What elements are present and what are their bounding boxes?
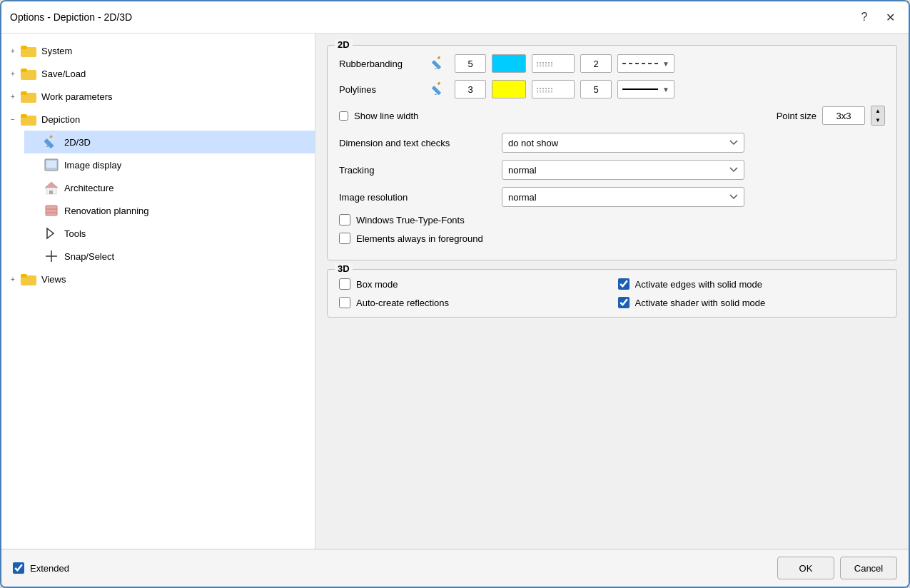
elements-foreground-row: Elements always in foreground <box>339 233 885 244</box>
activate-shader-row: Activate shader with solid mode <box>618 297 886 308</box>
box-mode-label: Box mode <box>356 279 398 290</box>
svg-marker-33 <box>435 93 437 95</box>
expander-workparams[interactable]: + <box>7 91 19 102</box>
sidebar-label-tools: Tools <box>64 228 86 239</box>
tools-arrow-icon <box>43 225 60 242</box>
rubberbanding-value-input[interactable]: 5 <box>455 54 486 73</box>
tracking-select[interactable]: normal fast slow <box>502 160 744 180</box>
show-linewidth-checkbox[interactable] <box>339 111 348 121</box>
point-size-down-button[interactable]: ▼ <box>871 116 884 125</box>
sidebar-label-snapselect: Snap/Select <box>64 251 114 262</box>
dimension-checks-select[interactable]: do not show show highlight <box>502 133 744 153</box>
sidebar-label-views: Views <box>41 274 66 285</box>
expander-saveload[interactable]: + <box>7 68 19 79</box>
svg-rect-9 <box>44 138 54 148</box>
activate-shader-checkbox[interactable] <box>618 297 630 308</box>
folder-icon-saveload <box>20 65 37 82</box>
section-3d-grid: Box mode Activate edges with solid mode … <box>339 278 885 308</box>
rubberbanding-color-picker[interactable] <box>492 54 526 73</box>
rubberbanding-label: Rubberbanding <box>339 59 425 69</box>
elements-foreground-checkbox[interactable] <box>339 233 350 244</box>
snapselect-icon <box>43 248 60 265</box>
point-size-up-button[interactable]: ▲ <box>871 106 884 116</box>
svg-rect-13 <box>46 161 56 168</box>
dimension-checks-row: Dimension and text checks do not show sh… <box>339 133 885 153</box>
polylines-solidstyle-button[interactable]: ▼ <box>617 80 674 98</box>
svg-marker-26 <box>435 68 437 69</box>
windows-ttf-label: Windows True-Type-Fonts <box>356 215 465 225</box>
rubberbanding-pencil-button[interactable] <box>430 54 449 73</box>
svg-marker-20 <box>47 228 54 238</box>
close-button[interactable]: ✕ <box>880 7 900 27</box>
svg-rect-4 <box>21 69 27 72</box>
section-3d: 3D Box mode Activate edges with solid mo… <box>327 269 897 318</box>
folder-icon-workparams <box>20 88 37 105</box>
sidebar-item-imagedisplay[interactable]: Image display <box>24 153 315 176</box>
show-linewidth-label: Show line width <box>354 111 418 121</box>
left-panel: + System + Save/Load + Work p <box>1 34 315 549</box>
point-size-spinner: ▲ ▼ <box>871 106 885 126</box>
point-size-section: Point size 3x3 ▲ ▼ <box>748 106 885 126</box>
pencil-icon-2d3d <box>43 133 60 151</box>
cancel-button[interactable]: Cancel <box>840 557 897 579</box>
image-resolution-select[interactable]: normal high low <box>502 187 744 207</box>
svg-rect-25 <box>432 60 441 69</box>
bottom-bar: Extended OK Cancel <box>1 549 909 587</box>
point-size-input[interactable]: 3x3 <box>822 106 865 125</box>
svg-rect-27 <box>437 56 440 59</box>
sidebar-item-snapselect[interactable]: Snap/Select <box>24 245 315 268</box>
svg-rect-8 <box>21 114 27 118</box>
sidebar-item-tools[interactable]: Tools <box>24 222 315 245</box>
show-linewidth-left: Show line width <box>339 111 734 121</box>
extended-label: Extended <box>30 563 69 574</box>
tracking-label: Tracking <box>339 165 496 176</box>
polylines-value-input[interactable]: 3 <box>455 80 486 98</box>
activate-edges-checkbox[interactable] <box>618 278 630 290</box>
sidebar-label-saveload: Save/Load <box>41 69 86 79</box>
sidebar-item-saveload[interactable]: + Save/Load <box>1 62 315 85</box>
expander-renovation <box>30 205 41 216</box>
polylines-linecount-input[interactable]: 5 <box>580 80 612 98</box>
windows-ttf-row: Windows True-Type-Fonts <box>339 214 885 225</box>
windows-ttf-checkbox[interactable] <box>339 214 350 225</box>
svg-rect-2 <box>21 46 27 49</box>
rubberbanding-linecount-input[interactable]: 2 <box>580 54 612 73</box>
sidebar-label-system: System <box>41 46 72 56</box>
expander-2d3d <box>30 136 41 148</box>
ok-button[interactable]: OK <box>777 557 834 579</box>
sidebar-label-architecture: Architecture <box>64 183 113 193</box>
expander-system[interactable]: + <box>7 45 19 56</box>
sidebar-item-renovation[interactable]: Renovation planning <box>24 199 315 222</box>
elements-foreground-label: Elements always in foreground <box>356 233 483 244</box>
sidebar-item-views[interactable]: + Views <box>1 268 315 290</box>
sidebar-item-depiction[interactable]: − Depiction <box>1 108 315 131</box>
rubberbanding-linestyle-button[interactable] <box>532 54 575 73</box>
auto-reflections-checkbox[interactable] <box>339 297 350 308</box>
sidebar-item-system[interactable]: + System <box>1 39 315 62</box>
svg-rect-6 <box>21 91 27 95</box>
sidebar-label-imagedisplay: Image display <box>64 160 121 171</box>
folder-icon-depiction <box>20 111 37 128</box>
main-dialog: Options - Depiction - 2D/3D ? ✕ + System… <box>0 0 910 588</box>
activate-edges-label: Activate edges with solid mode <box>635 279 762 290</box>
activate-edges-row: Activate edges with solid mode <box>618 278 886 290</box>
expander-depiction[interactable]: − <box>7 113 19 125</box>
renovation-icon <box>43 202 60 219</box>
rubberbanding-dashstyle-button[interactable]: ▼ <box>617 54 674 73</box>
expander-architecture <box>30 182 41 193</box>
polylines-pencil-button[interactable] <box>430 80 449 98</box>
help-button[interactable]: ? <box>854 7 874 27</box>
extended-checkbox[interactable] <box>13 562 24 574</box>
sidebar-item-workparams[interactable]: + Work parameters <box>1 85 315 108</box>
expander-views[interactable]: + <box>7 273 19 285</box>
svg-rect-11 <box>49 135 53 138</box>
box-mode-checkbox[interactable] <box>339 278 350 290</box>
title-bar: Options - Depiction - 2D/3D ? ✕ <box>1 1 909 34</box>
box-mode-row: Box mode <box>339 278 607 290</box>
sidebar-item-architecture[interactable]: Architecture <box>24 176 315 199</box>
sidebar-item-2d3d[interactable]: 2D/3D <box>24 131 315 153</box>
polylines-linestyle-button[interactable] <box>532 80 575 98</box>
sidebar-label-depiction: Depiction <box>41 114 80 125</box>
polylines-color-picker[interactable] <box>492 80 526 98</box>
dialog-title: Options - Depiction - 2D/3D <box>10 11 132 23</box>
